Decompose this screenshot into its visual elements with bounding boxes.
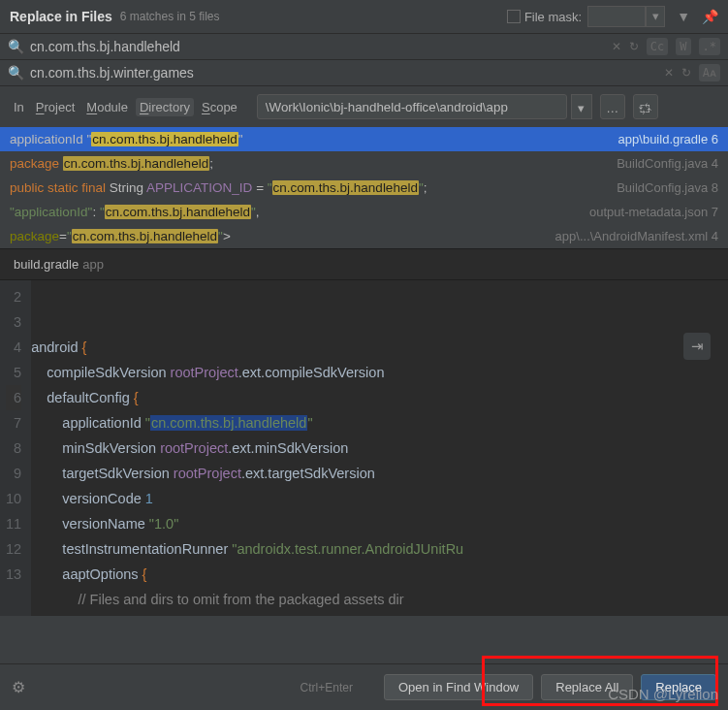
scope-directory[interactable]: Directory xyxy=(136,98,194,116)
scope-module[interactable]: Module xyxy=(82,98,132,116)
path-dropdown-icon[interactable]: ▾ xyxy=(571,94,592,119)
scope-in-label: In xyxy=(10,98,28,116)
code-content[interactable]: android { compileSdkVersion rootProject.… xyxy=(31,280,728,616)
replace-input[interactable]: cn.com.ths.bj.winter.games xyxy=(30,65,656,81)
filter-icon[interactable]: ▼ xyxy=(677,9,690,24)
search-icon: 🔍 xyxy=(8,39,24,54)
pin-icon[interactable]: 📌 xyxy=(702,9,718,24)
shortcut-hint: Ctrl+Enter xyxy=(301,681,353,694)
scope-project[interactable]: Project xyxy=(32,98,79,116)
result-row[interactable]: package="cn.com.ths.bj.handleheld"> app\… xyxy=(0,224,728,248)
results-list: applicationId "cn.com.ths.bj.handleheld"… xyxy=(0,127,728,248)
clear-search-icon[interactable]: ✕ xyxy=(612,40,621,53)
words-button[interactable]: W xyxy=(676,38,690,55)
recursive-button[interactable]: ⮔ xyxy=(633,94,658,119)
file-mask-input[interactable] xyxy=(587,6,646,27)
replace-history-icon[interactable]: ↻ xyxy=(681,66,691,80)
replace-button[interactable]: Replace xyxy=(641,674,716,700)
match-count: 6 matches in 5 files xyxy=(120,10,220,23)
editor-tab[interactable]: build.gradleapp xyxy=(0,249,728,280)
settings-icon[interactable]: ⚙ xyxy=(12,678,25,696)
soft-wrap-icon[interactable]: ⇥ xyxy=(683,333,711,360)
regex-button[interactable]: .* xyxy=(699,38,720,55)
file-mask-label: File mask: xyxy=(524,10,582,24)
result-row[interactable]: package cn.com.ths.bj.handleheld; BuildC… xyxy=(0,151,728,176)
replace-icon: 🔍 xyxy=(8,65,24,81)
browse-path-button[interactable]: … xyxy=(600,94,625,119)
file-mask-dropdown[interactable]: ▾ xyxy=(646,6,665,27)
line-gutter: 2345678910111213 xyxy=(0,280,31,616)
preserve-case-button[interactable]: Aᴀ xyxy=(699,64,720,81)
search-input[interactable]: cn.com.ths.bj.handleheld xyxy=(30,39,604,54)
scope-scope[interactable]: Scope xyxy=(198,98,241,116)
preview-editor: build.gradleapp 2345678910111213 android… xyxy=(0,248,728,616)
history-icon[interactable]: ↻ xyxy=(629,40,639,53)
directory-path-input[interactable] xyxy=(257,94,567,119)
result-row[interactable]: public static final String APPLICATION_I… xyxy=(0,176,728,200)
result-row[interactable]: "applicationId": "cn.com.ths.bj.handlehe… xyxy=(0,200,728,224)
dialog-title: Replace in Files xyxy=(10,9,112,24)
match-case-button[interactable]: Cc xyxy=(647,38,668,55)
file-mask-checkbox[interactable] xyxy=(507,10,521,23)
open-find-window-button[interactable]: Open in Find Window xyxy=(384,674,533,700)
clear-replace-icon[interactable]: ✕ xyxy=(664,66,674,80)
result-row[interactable]: applicationId "cn.com.ths.bj.handleheld"… xyxy=(0,127,728,151)
replace-all-button[interactable]: Replace All xyxy=(541,674,633,700)
